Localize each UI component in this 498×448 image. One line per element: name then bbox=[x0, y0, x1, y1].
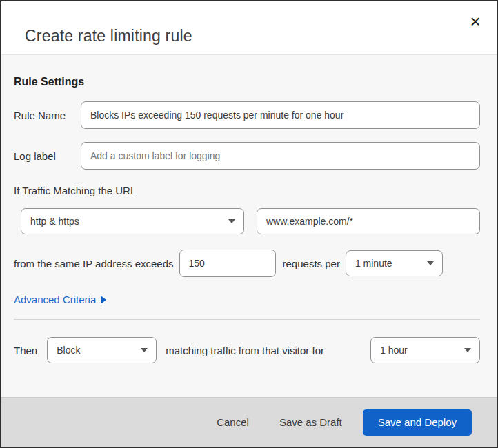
action-select-value: Block bbox=[57, 345, 135, 356]
chevron-down-icon bbox=[427, 261, 434, 265]
close-icon[interactable]: × bbox=[465, 11, 486, 32]
period-select[interactable]: 1 minute bbox=[346, 250, 443, 276]
dialog-footer: Cancel Save as Draft Save and Deploy bbox=[1, 397, 497, 447]
cancel-button[interactable]: Cancel bbox=[207, 411, 259, 434]
url-match-row: http & https bbox=[21, 208, 480, 234]
protocol-select-value: http & https bbox=[30, 216, 223, 227]
action-select[interactable]: Block bbox=[47, 337, 157, 363]
log-label-input[interactable] bbox=[81, 142, 480, 170]
action-row: Then Block matching traffic from that vi… bbox=[14, 337, 480, 363]
rule-name-label: Rule Name bbox=[14, 110, 81, 121]
action-prefix-text: Then bbox=[14, 345, 37, 356]
request-count-input[interactable] bbox=[179, 250, 276, 277]
traffic-match-heading: If Traffic Matching the URL bbox=[14, 185, 480, 196]
rule-name-input[interactable] bbox=[81, 101, 480, 129]
url-pattern-input[interactable] bbox=[257, 208, 480, 234]
duration-select[interactable]: 1 hour bbox=[370, 337, 480, 363]
period-select-value: 1 minute bbox=[355, 258, 421, 269]
chevron-down-icon bbox=[464, 348, 471, 352]
chevron-right-icon bbox=[101, 296, 106, 304]
log-label-row: Log label bbox=[14, 142, 480, 170]
section-divider bbox=[14, 319, 480, 320]
dialog-title: Create rate limiting rule bbox=[25, 27, 192, 45]
save-as-draft-button[interactable]: Save as Draft bbox=[270, 411, 352, 434]
advanced-criteria-label: Advanced Criteria bbox=[14, 294, 96, 305]
threshold-row: from the same IP address exceeds request… bbox=[14, 250, 480, 277]
dialog-body: Rule Settings Rule Name Log label If Tra… bbox=[1, 55, 497, 363]
save-and-deploy-button[interactable]: Save and Deploy bbox=[363, 409, 472, 436]
action-middle-text: matching traffic from that visitor for bbox=[166, 345, 324, 356]
dialog-header: Create rate limiting rule × bbox=[1, 1, 497, 55]
threshold-middle-text: requests per bbox=[283, 258, 340, 269]
create-rate-limiting-rule-dialog: Create rate limiting rule × Rule Setting… bbox=[0, 0, 498, 448]
threshold-prefix-text: from the same IP address exceeds bbox=[14, 258, 174, 269]
chevron-down-icon bbox=[141, 348, 148, 352]
rule-name-row: Rule Name bbox=[14, 101, 480, 129]
log-label-label: Log label bbox=[14, 150, 81, 162]
protocol-select[interactable]: http & https bbox=[21, 208, 244, 234]
duration-select-value: 1 hour bbox=[380, 345, 459, 356]
chevron-down-icon bbox=[228, 219, 235, 223]
rule-settings-heading: Rule Settings bbox=[14, 76, 480, 88]
advanced-criteria-link[interactable]: Advanced Criteria bbox=[14, 294, 106, 305]
